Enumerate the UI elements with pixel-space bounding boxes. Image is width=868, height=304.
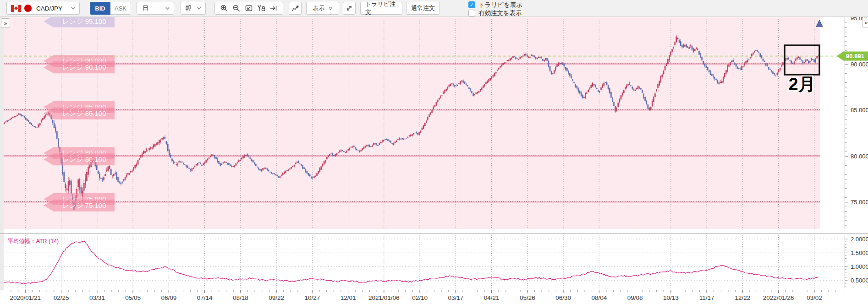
show-active-orders-row[interactable]: 有効注文を表示	[468, 9, 522, 17]
range-tag-label: レンジ 80.100	[62, 155, 106, 163]
zoom-in-icon[interactable]	[218, 2, 230, 14]
expand-left-panel-button[interactable]: »	[1, 18, 10, 28]
fullscreen-button[interactable]	[343, 2, 356, 15]
range-tag-label: レンジ 90.100	[62, 63, 106, 71]
show-active-orders-checkbox[interactable]	[468, 10, 475, 16]
chevron-down-icon	[165, 7, 170, 10]
date-tick-label: 10/27	[304, 294, 320, 301]
show-trap-checkbox[interactable]: ✓	[468, 1, 475, 8]
bid-button[interactable]: BID	[90, 2, 110, 15]
show-trap-row[interactable]: ✓ トラリピを表示	[468, 1, 522, 9]
price-tick-label: 90.000	[851, 61, 868, 68]
chart-type-select[interactable]	[181, 2, 206, 15]
canada-flag-icon	[11, 5, 22, 12]
trap-repeat-order-label: トラリピ注文	[365, 0, 397, 16]
atr-panel: 平均値幅：ATR (14)2.000001.500001.000000.5000…	[4, 235, 868, 288]
show-trap-label: トラリピを表示	[478, 1, 522, 9]
date-tick-label: 06/30	[555, 294, 571, 301]
ask-button[interactable]: ASK	[110, 2, 131, 15]
atr-line	[4, 241, 818, 284]
bid-ask-toggle: BID ASK	[90, 2, 131, 15]
y-axis-lock-icon[interactable]	[255, 2, 267, 14]
timeframe-select[interactable]: 日	[137, 2, 174, 15]
date-tick-label: 03/17	[448, 294, 463, 301]
price-axis: 95.00090.00085.00080.00075.000	[845, 16, 868, 229]
price-tick-label: 80.000	[851, 153, 868, 160]
date-tick-label: 2021/01/06	[368, 294, 400, 301]
go-to-latest-icon[interactable]	[268, 2, 280, 14]
range-tag-label: レンジ 85.100	[62, 109, 106, 117]
price-tick-label: 85.000	[851, 107, 868, 114]
date-tick-label: 03/31	[89, 294, 105, 301]
date-axis: 2020/01/2102/2503/3105/0506/0907/1408/18…	[4, 290, 848, 302]
fit-chart-icon[interactable]	[243, 2, 255, 14]
trap-repeat-order-button[interactable]: トラリピ注文	[360, 2, 402, 15]
display-checkboxes: ✓ トラリピを表示 有効注文を表示	[468, 1, 522, 17]
date-tick-label: 03/02	[807, 294, 822, 301]
show-active-orders-label: 有効注文を表示	[478, 9, 522, 17]
expand-arrows-icon	[346, 5, 352, 11]
zoom-out-icon[interactable]	[231, 2, 242, 14]
chevron-down-icon	[71, 7, 75, 10]
atr-tick-label: 1.50000	[851, 250, 868, 256]
indicator-chart-icon	[291, 5, 299, 12]
date-tick-label: 05/26	[520, 294, 535, 301]
price-chart-canvas[interactable]: レンジ 95.100レンジ 90.000レンジ 90.100レンジ 85.000…	[0, 16, 868, 304]
double-chevron-left-icon: «	[865, 20, 868, 26]
chevron-down-icon	[197, 7, 201, 10]
atr-tick-label: 0.50000	[851, 277, 868, 284]
date-tick-label: 06/09	[161, 294, 176, 301]
normal-order-label: 通常注文	[411, 4, 435, 12]
zoom-tools-group	[214, 2, 283, 15]
indicator-button[interactable]	[289, 2, 302, 15]
display-menu-label: 表示	[313, 4, 325, 12]
japan-flag-icon	[24, 5, 32, 12]
date-tick-label: 12/22	[735, 294, 750, 301]
normal-order-button[interactable]: 通常注文	[406, 2, 440, 15]
date-tick-label: 11/17	[699, 294, 714, 301]
date-tick-label: 02/25	[54, 294, 69, 301]
date-tick-label: 05/05	[125, 294, 141, 301]
collapse-right-panel-button[interactable]: «	[862, 18, 868, 27]
atr-tick-label: 2.00000	[851, 236, 868, 243]
candlestick-icon	[185, 5, 192, 12]
double-chevron-down-icon	[328, 6, 333, 11]
range-tag-label: レンジ 75.100	[62, 201, 106, 209]
date-tick-label: 04/21	[484, 294, 500, 301]
atr-tick-label: 1.00000	[851, 263, 868, 270]
date-tick-label: 09/08	[627, 294, 643, 301]
date-tick-label: 08/18	[233, 294, 248, 301]
date-tick-label: 2020/01/21	[10, 294, 41, 301]
date-tick-label: 07/14	[197, 294, 213, 301]
display-menu-button[interactable]: 表示	[306, 2, 339, 15]
current-price-value: 90.891	[846, 53, 864, 60]
date-tick-label: 09/22	[269, 294, 284, 301]
date-tick-label: 2022/01/26	[763, 294, 794, 301]
date-tick-label: 10/13	[663, 294, 679, 301]
range-tag-label: レンジ 95.100	[62, 17, 106, 25]
chart-toolbar: CAD/JPY BID ASK 日	[0, 0, 868, 17]
atr-label: 平均値幅：ATR (14)	[7, 238, 59, 244]
currency-pair-select[interactable]: CAD/JPY	[6, 2, 80, 15]
date-tick-label: 08/04	[591, 294, 607, 301]
annotation-label: 2月	[788, 75, 815, 94]
timeframe-label: 日	[143, 4, 148, 12]
date-tick-label: 02/10	[412, 294, 428, 301]
double-chevron-right-icon: »	[4, 20, 7, 27]
date-tick-label: 12/01	[341, 294, 356, 301]
price-tick-label: 75.000	[851, 199, 868, 206]
currency-pair-label: CAD/JPY	[36, 5, 62, 12]
